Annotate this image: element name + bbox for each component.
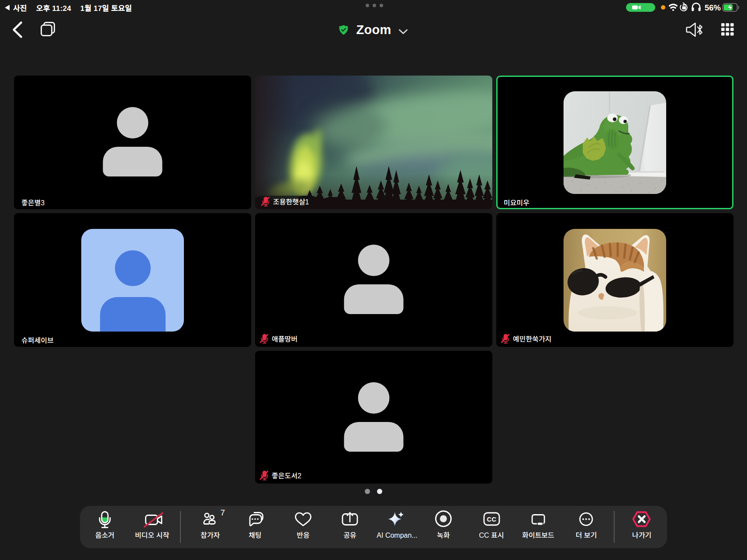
- svg-text:CC: CC: [487, 516, 496, 523]
